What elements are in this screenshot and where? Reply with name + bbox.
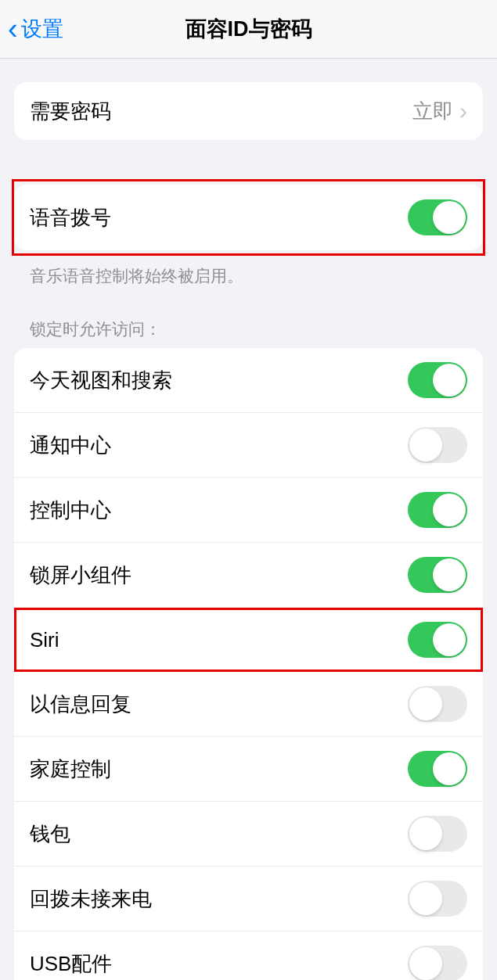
voice-dial-label: 语音拨号 bbox=[30, 204, 408, 232]
today-view-toggle[interactable] bbox=[408, 362, 467, 398]
voice-dial-row: 语音拨号 bbox=[14, 185, 483, 250]
lock-item-label: Siri bbox=[30, 628, 408, 652]
siri-toggle[interactable] bbox=[408, 622, 467, 658]
lock-item-usb-accessories: USB配件 bbox=[14, 932, 483, 980]
highlight-voice-dial: 语音拨号 bbox=[12, 179, 485, 256]
back-button[interactable]: ‹ 设置 bbox=[0, 14, 63, 44]
return-call-toggle[interactable] bbox=[408, 881, 467, 917]
lock-item-today-view: 今天视图和搜索 bbox=[14, 348, 483, 413]
lock-item-label: 家庭控制 bbox=[30, 756, 408, 783]
voice-dial-group: 语音拨号 bbox=[14, 185, 483, 250]
lock-item-label: 钱包 bbox=[30, 820, 408, 848]
require-passcode-group: 需要密码 立即 › bbox=[14, 82, 483, 140]
back-label: 设置 bbox=[21, 15, 63, 43]
voice-dial-toggle[interactable] bbox=[408, 199, 467, 235]
home-control-toggle[interactable] bbox=[408, 751, 467, 787]
control-center-toggle[interactable] bbox=[408, 492, 467, 528]
lock-item-label: 回拨未接来电 bbox=[30, 885, 408, 913]
lock-item-home-control: 家庭控制 bbox=[14, 737, 483, 802]
lock-item-notification-center: 通知中心 bbox=[14, 413, 483, 478]
lock-item-return-missed-call: 回拨未接来电 bbox=[14, 867, 483, 932]
require-passcode-row[interactable]: 需要密码 立即 › bbox=[14, 82, 483, 140]
nav-header: ‹ 设置 面容ID与密码 bbox=[0, 0, 497, 59]
lock-item-label: 以信息回复 bbox=[30, 691, 408, 718]
notification-center-toggle[interactable] bbox=[408, 427, 467, 463]
reply-message-toggle[interactable] bbox=[408, 686, 467, 722]
lock-item-siri: Siri bbox=[14, 608, 483, 672]
lock-item-label: USB配件 bbox=[30, 950, 408, 978]
wallet-toggle[interactable] bbox=[408, 816, 467, 852]
lock-item-wallet: 钱包 bbox=[14, 802, 483, 867]
lock-item-lock-widgets: 锁屏小组件 bbox=[14, 543, 483, 608]
lock-access-group: 今天视图和搜索 通知中心 控制中心 锁屏小组件 Siri 以信息回复 家庭控制 bbox=[14, 348, 483, 980]
require-passcode-value: 立即 bbox=[412, 98, 453, 125]
lock-widgets-toggle[interactable] bbox=[408, 557, 467, 593]
chevron-left-icon: ‹ bbox=[8, 14, 18, 44]
lock-item-control-center: 控制中心 bbox=[14, 478, 483, 543]
page-title: 面容ID与密码 bbox=[0, 15, 497, 43]
lock-item-label: 通知中心 bbox=[30, 432, 408, 459]
chevron-right-icon: › bbox=[459, 98, 467, 124]
lock-item-label: 控制中心 bbox=[30, 497, 408, 524]
voice-dial-footer: 音乐语音控制将始终被启用。 bbox=[14, 256, 483, 287]
lock-access-header: 锁定时允许访问： bbox=[14, 318, 483, 348]
lock-item-label: 今天视图和搜索 bbox=[30, 367, 408, 394]
require-passcode-label: 需要密码 bbox=[30, 98, 412, 125]
lock-item-label: 锁屏小组件 bbox=[30, 562, 408, 589]
lock-item-reply-message: 以信息回复 bbox=[14, 672, 483, 737]
usb-accessories-toggle[interactable] bbox=[408, 946, 467, 980]
